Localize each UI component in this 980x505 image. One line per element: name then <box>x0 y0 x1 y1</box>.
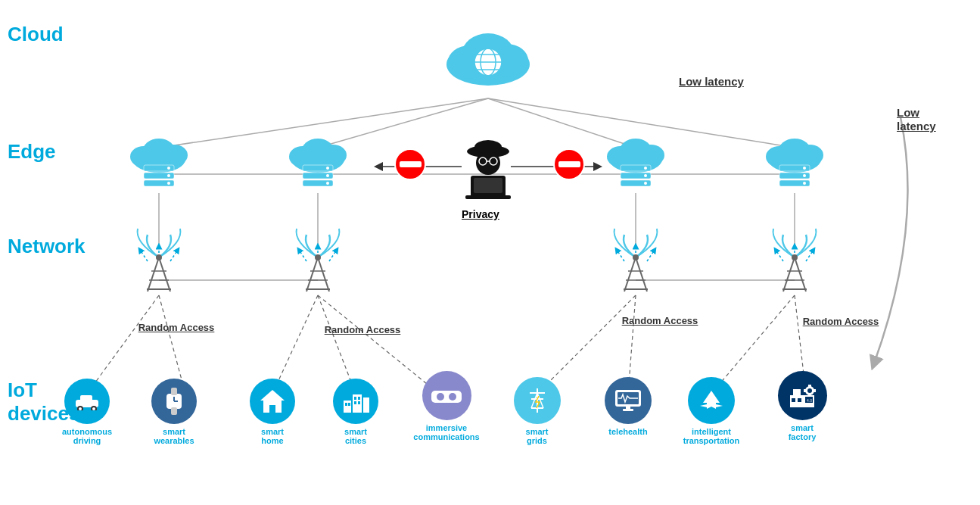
svg-rect-164 <box>798 398 801 402</box>
svg-rect-95 <box>558 161 580 167</box>
svg-line-102 <box>306 257 318 291</box>
svg-rect-136 <box>348 403 350 406</box>
svg-rect-135 <box>345 403 347 406</box>
iot-smart-home-label: smarthome <box>246 427 299 445</box>
svg-point-62 <box>326 182 329 185</box>
iot-smart-cities-label: smartcities <box>329 427 382 445</box>
svg-point-82 <box>803 182 806 185</box>
low-latency-1: Low latency <box>679 75 744 88</box>
svg-rect-93 <box>400 161 422 167</box>
svg-line-96 <box>148 257 159 291</box>
iot-smart-grids-label: smartgrids <box>509 427 565 445</box>
svg-point-81 <box>803 174 806 177</box>
svg-point-56 <box>301 139 334 166</box>
iot-smart-grids: smartgrids <box>509 377 565 445</box>
svg-point-52 <box>167 182 170 185</box>
svg-rect-133 <box>353 394 362 413</box>
svg-point-51 <box>167 174 170 177</box>
low-latency-2: Lowlatency <box>897 106 936 133</box>
svg-rect-160 <box>808 394 811 397</box>
iot-transportation: intelligenttransportation <box>677 377 745 445</box>
edge-node-1 <box>125 132 193 200</box>
random-access-4: Random Access <box>758 316 924 327</box>
network-label: Network <box>8 235 86 258</box>
svg-line-97 <box>159 257 170 291</box>
tower-3 <box>598 227 674 298</box>
svg-rect-121 <box>80 395 92 403</box>
svg-rect-134 <box>363 397 369 413</box>
edge-node-3 <box>602 132 670 200</box>
svg-rect-138 <box>358 397 360 400</box>
svg-point-113 <box>633 254 639 260</box>
svg-rect-159 <box>808 385 811 388</box>
svg-point-60 <box>326 167 329 170</box>
svg-line-115 <box>795 257 806 291</box>
diagram: Cloud Edge Network IoTdevices <box>0 0 980 505</box>
edge-node-2 <box>284 132 352 200</box>
svg-rect-127 <box>171 388 177 395</box>
tower-4 <box>757 227 832 298</box>
random-access-3: Random Access <box>577 315 743 326</box>
svg-line-114 <box>783 257 795 291</box>
svg-rect-139 <box>354 401 356 404</box>
cloud-label: Cloud <box>8 23 64 46</box>
svg-point-142 <box>437 393 444 401</box>
random-access-1: Random Access <box>93 322 260 333</box>
privacy-label: Privacy <box>462 208 499 220</box>
edge-node-4 <box>761 132 829 200</box>
svg-text:4.0: 4.0 <box>807 398 812 403</box>
iot-smart-cities: smartcities <box>329 379 382 445</box>
svg-point-71 <box>644 174 647 177</box>
iot-immersive-label: immersivecommunications <box>412 423 481 441</box>
iot-smart-wearables: smartwearables <box>144 379 204 445</box>
svg-point-107 <box>315 254 321 260</box>
svg-rect-132 <box>344 401 351 413</box>
iot-telehealth: telehealth <box>598 377 658 436</box>
no-entry-right <box>552 148 586 185</box>
iot-transportation-label: intelligenttransportation <box>677 427 745 445</box>
svg-point-119 <box>792 254 798 260</box>
svg-point-124 <box>79 407 82 410</box>
svg-rect-91 <box>465 195 511 199</box>
svg-rect-137 <box>354 397 356 400</box>
svg-point-80 <box>803 167 806 170</box>
svg-rect-156 <box>793 389 801 397</box>
tower-2 <box>280 227 356 298</box>
iot-smart-home: smarthome <box>246 379 299 445</box>
iot-immersive: immersivecommunications <box>412 371 481 441</box>
svg-point-70 <box>644 167 647 170</box>
svg-point-66 <box>619 139 652 166</box>
random-access-2: Random Access <box>279 324 446 335</box>
svg-point-61 <box>326 174 329 177</box>
svg-point-46 <box>142 139 176 166</box>
svg-rect-128 <box>171 407 177 415</box>
svg-line-108 <box>624 257 636 291</box>
iot-autonomous-driving: autonomousdriving <box>53 379 121 445</box>
svg-rect-154 <box>623 409 633 411</box>
svg-marker-131 <box>260 390 285 413</box>
svg-point-50 <box>167 167 170 170</box>
svg-point-125 <box>92 407 95 410</box>
iot-autonomous-driving-label: autonomousdriving <box>53 427 121 445</box>
svg-rect-163 <box>792 398 795 402</box>
svg-point-76 <box>778 139 811 166</box>
svg-point-72 <box>644 182 647 185</box>
iot-telehealth-label: telehealth <box>598 427 658 436</box>
cloud-main-icon <box>435 23 541 94</box>
svg-rect-140 <box>358 401 360 404</box>
svg-point-143 <box>449 393 456 401</box>
iot-smart-wearables-label: smartwearables <box>144 427 204 445</box>
svg-rect-162 <box>813 389 816 392</box>
iot-smart-factory: 4.0 smartfactory <box>772 371 832 441</box>
svg-line-103 <box>318 257 329 291</box>
svg-point-101 <box>156 254 162 260</box>
svg-rect-90 <box>474 178 502 193</box>
iot-smart-factory-label: smartfactory <box>772 423 832 441</box>
tower-1 <box>121 227 197 298</box>
svg-point-158 <box>807 388 812 393</box>
svg-rect-161 <box>804 389 807 392</box>
edge-label: Edge <box>8 140 56 164</box>
svg-line-109 <box>636 257 647 291</box>
no-entry-left <box>394 148 428 185</box>
hacker-icon <box>446 129 530 207</box>
